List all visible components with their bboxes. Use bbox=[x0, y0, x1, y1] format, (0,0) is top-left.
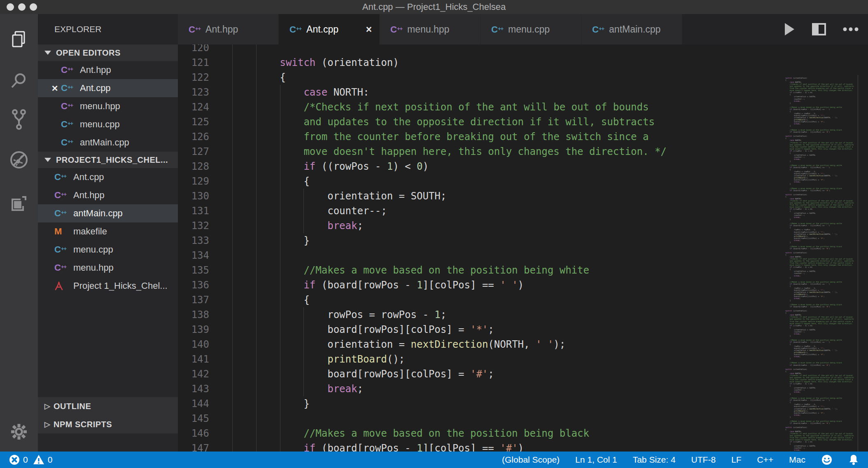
file-tree-item[interactable]: C++menu.hpp bbox=[38, 259, 178, 277]
encoding[interactable]: UTF-8 bbox=[691, 455, 716, 465]
open-editor-item[interactable]: C++antMain.cpp bbox=[38, 133, 178, 152]
code-line[interactable]: 125 and updates to the opposite directio… bbox=[178, 115, 868, 129]
code-line[interactable]: 139 board[rowPos][colPos] = '*'; bbox=[178, 322, 868, 337]
code-line[interactable]: 141 printBoard(); bbox=[178, 352, 868, 367]
bell-button[interactable] bbox=[848, 454, 859, 466]
line-number: 129 bbox=[178, 174, 209, 189]
code-line[interactable]: 124 /*Checks if next position of the ant… bbox=[178, 100, 868, 115]
tab-label: Ant.hpp bbox=[205, 24, 238, 35]
indent-guide bbox=[280, 278, 280, 292]
line-number: 120 bbox=[178, 44, 209, 55]
file-tree-item[interactable]: C++antMain.cpp bbox=[38, 204, 178, 222]
tab-menu.hpp[interactable]: C++menu.hpp bbox=[380, 14, 481, 44]
sidebar-title: EXPLORER bbox=[38, 14, 178, 44]
tab-antMain.cpp[interactable]: C++antMain.cpp bbox=[581, 14, 682, 44]
line-number: 125 bbox=[178, 115, 209, 129]
code-line[interactable]: 138 rowPos = rowPos - 1; bbox=[178, 307, 868, 322]
language-mode[interactable]: C++ bbox=[757, 455, 774, 465]
warning-count[interactable]: 0 bbox=[33, 454, 53, 465]
tab-Ant.cpp[interactable]: C++Ant.cpp× bbox=[279, 14, 380, 44]
code-line[interactable]: 135 //Makes a move based on the position… bbox=[178, 263, 868, 278]
keyboard-layout[interactable]: Mac bbox=[789, 455, 805, 465]
split-editor-button[interactable] bbox=[812, 23, 826, 35]
code-line[interactable]: 145 bbox=[178, 411, 868, 426]
close-tab-icon[interactable]: × bbox=[366, 23, 372, 35]
cpp-file-icon: C++ bbox=[289, 24, 301, 34]
code-line[interactable]: 144 } bbox=[178, 396, 868, 411]
activity-bar-item-settings[interactable] bbox=[0, 419, 38, 445]
code-area[interactable]: 120121 switch (orientation)122 {123 case… bbox=[178, 44, 868, 452]
file-tree-item[interactable]: Project 1_Hicks_Chel... bbox=[38, 277, 178, 295]
indent-guide bbox=[232, 396, 233, 411]
code-line[interactable]: 132 break; bbox=[178, 218, 868, 233]
tab-Ant.hpp[interactable]: C++Ant.hpp bbox=[178, 14, 279, 44]
minimap[interactable]: switch (orientation) { case NORTH: /*Che… bbox=[777, 75, 854, 452]
problems-status[interactable]: 00 bbox=[9, 454, 52, 465]
code-line[interactable]: 129 { bbox=[178, 174, 868, 189]
extensions-icon bbox=[10, 194, 28, 213]
code-line[interactable]: 143 break; bbox=[178, 381, 868, 396]
code-line[interactable]: 121 switch (orientation) bbox=[178, 55, 868, 70]
open-editor-item[interactable]: ×C++Ant.cpp bbox=[38, 79, 178, 97]
indent-guide bbox=[232, 233, 233, 248]
code-line[interactable]: 146 //Makes a move based on the position… bbox=[178, 426, 868, 441]
code-line[interactable]: 133 } bbox=[178, 233, 868, 248]
smiley-button[interactable] bbox=[821, 454, 833, 466]
activity-bar-item-explorer[interactable] bbox=[0, 26, 38, 53]
indent-guide bbox=[256, 263, 257, 278]
split-editor-icon bbox=[812, 23, 826, 35]
file-tree-item[interactable]: Mmakefile bbox=[38, 222, 178, 241]
code-line[interactable]: 126 from the counter before breaking out… bbox=[178, 129, 868, 144]
file-tree-item[interactable]: C++Ant.hpp bbox=[38, 186, 178, 204]
tab-size[interactable]: Tab Size: 4 bbox=[633, 455, 676, 465]
chevron-expanded-icon bbox=[44, 51, 51, 55]
code-line[interactable]: 127 move doesn't happen here, this only … bbox=[178, 144, 868, 159]
indent-guide bbox=[256, 44, 257, 55]
error-count[interactable]: 0 bbox=[9, 454, 28, 465]
indent-guide bbox=[280, 189, 280, 204]
project-folder-header[interactable]: PROJECT1_HICKS_CHEL... bbox=[38, 152, 178, 168]
open-editors-header[interactable]: OPEN EDITORS bbox=[38, 44, 178, 61]
code-line[interactable]: 142 board[rowPos][colPos] = '#'; bbox=[178, 367, 868, 381]
open-editor-item[interactable]: C++Ant.hpp bbox=[38, 61, 178, 79]
open-editor-item[interactable]: C++menu.hpp bbox=[38, 97, 178, 115]
outline-section-header[interactable]: ▷ OUTLINE bbox=[38, 397, 184, 415]
code-line-text: break; bbox=[232, 381, 868, 396]
scope-indicator[interactable]: (Global Scope) bbox=[502, 455, 560, 465]
code-line[interactable]: 122 { bbox=[178, 70, 868, 85]
code-line-text: { bbox=[232, 292, 868, 307]
activity-bar-item-search[interactable] bbox=[0, 68, 38, 94]
code-line[interactable]: 140 orientation = nextDirection(NORTH, '… bbox=[178, 337, 868, 352]
chevron-collapsed-icon: ▷ bbox=[44, 421, 49, 427]
status-count-label: 0 bbox=[48, 455, 53, 465]
run-button[interactable] bbox=[783, 22, 796, 36]
close-editor-icon[interactable]: × bbox=[49, 82, 61, 95]
code-line[interactable]: 137 { bbox=[178, 292, 868, 307]
indent-guide bbox=[232, 204, 233, 218]
code-line[interactable]: 147 if (board[rowPos - 1][colPos] == '#'… bbox=[178, 441, 868, 452]
tab-menu.cpp[interactable]: C++menu.cpp bbox=[481, 14, 581, 44]
code-line[interactable]: 130 orientation = SOUTH; bbox=[178, 189, 868, 204]
line-number: 146 bbox=[178, 426, 209, 441]
open-editors-list: C++Ant.hpp×C++Ant.cppC++menu.hppC++menu.… bbox=[38, 61, 178, 152]
file-tree-item[interactable]: C++menu.cpp bbox=[38, 241, 178, 259]
indent-guide bbox=[280, 396, 280, 411]
code-line[interactable]: 134 bbox=[178, 248, 868, 263]
indent-guide bbox=[256, 367, 257, 381]
activity-bar-item-debug[interactable] bbox=[0, 147, 38, 173]
code-line[interactable]: 136 if (board[rowPos - 1][colPos] == ' '… bbox=[178, 278, 868, 292]
indent-guide bbox=[256, 396, 257, 411]
activity-bar-item-extensions[interactable] bbox=[0, 190, 38, 217]
activity-bar-item-source-control[interactable] bbox=[0, 106, 38, 133]
code-line[interactable]: 120 bbox=[178, 44, 868, 55]
eol-sequence[interactable]: LF bbox=[731, 455, 742, 465]
more-actions-button[interactable] bbox=[842, 27, 859, 31]
code-line[interactable]: 128 if ((rowPos - 1) < 0) bbox=[178, 159, 868, 174]
code-line[interactable]: 123 case NORTH: bbox=[178, 85, 868, 100]
cursor-position[interactable]: Ln 1, Col 1 bbox=[575, 455, 617, 465]
npm-scripts-section-header[interactable]: ▷ NPM SCRIPTS bbox=[38, 415, 184, 433]
file-tree-item[interactable]: C++Ant.cpp bbox=[38, 168, 178, 186]
indent-guide bbox=[280, 159, 280, 174]
code-line[interactable]: 131 counter--; bbox=[178, 204, 868, 218]
open-editor-item[interactable]: C++menu.cpp bbox=[38, 115, 178, 133]
